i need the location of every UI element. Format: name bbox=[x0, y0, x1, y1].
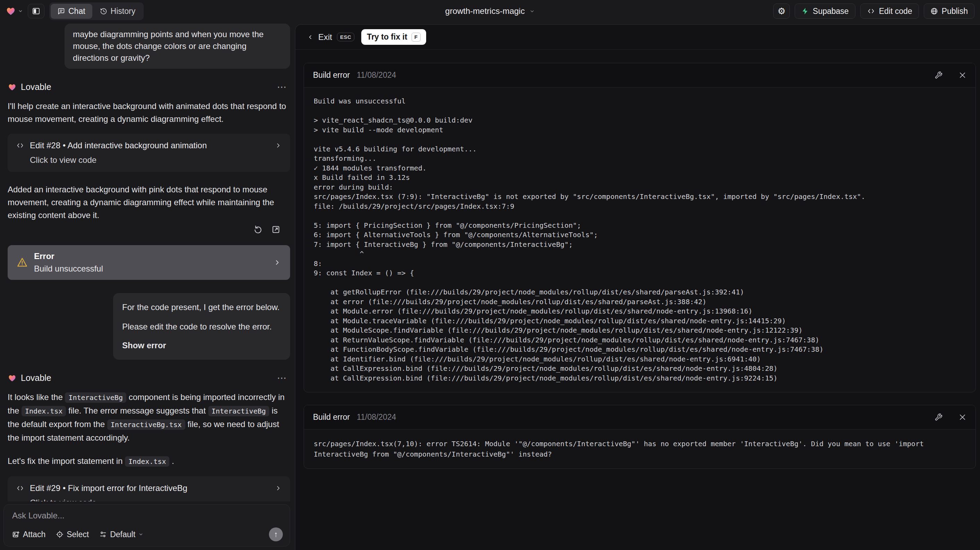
assistant-name: Lovable bbox=[21, 373, 51, 383]
chevron-left-icon bbox=[307, 34, 313, 40]
try-to-fix-label: Try to fix it bbox=[367, 32, 407, 41]
assistant-name: Lovable bbox=[21, 82, 51, 92]
code-brackets-icon bbox=[16, 142, 24, 149]
select-button[interactable]: Select bbox=[56, 530, 89, 539]
composer-wrap: Attach Select Default bbox=[0, 501, 295, 550]
history-icon bbox=[100, 8, 107, 15]
chevron-right-icon bbox=[274, 259, 281, 266]
error-card-subtitle: Build unsuccessful bbox=[34, 264, 267, 274]
lovable-heart-icon bbox=[8, 83, 17, 91]
build-error-card[interactable]: Error Build unsuccessful bbox=[8, 245, 290, 280]
build-error-body: src/pages/Index.tsx(7,10): error TS2614:… bbox=[304, 429, 975, 469]
more-menu-icon[interactable]: ⋯ bbox=[277, 81, 287, 93]
settings-button[interactable]: ⚙ bbox=[773, 3, 790, 19]
lovable-heart-icon bbox=[6, 6, 16, 16]
edit-card-28[interactable]: Edit #28 • Add interactive background an… bbox=[8, 134, 290, 172]
topbar: Chat History growth-metrics-magic ⚙ bbox=[0, 0, 980, 22]
build-error-title: Build error bbox=[313, 70, 350, 80]
code-brackets-icon bbox=[867, 8, 875, 14]
lovable-heart-icon bbox=[8, 374, 17, 382]
build-error-title: Build error bbox=[313, 413, 350, 422]
warning-triangle-icon bbox=[17, 257, 28, 268]
assistant-message-header: Lovable ⋯ bbox=[8, 81, 290, 93]
arrow-up-icon: ↑ bbox=[274, 530, 278, 539]
build-error-header: Build error 11/08/2024 bbox=[304, 63, 975, 88]
error-viewer-panel: Exit ESC Try to fix it F Build error 11/… bbox=[295, 24, 980, 550]
close-icon[interactable] bbox=[958, 413, 966, 421]
edit-card-subtitle: Click to view code bbox=[30, 155, 282, 165]
edit-code-button[interactable]: Edit code bbox=[860, 3, 919, 19]
build-error-panel-1: Build error 11/08/2024 Build was unsucce… bbox=[304, 63, 976, 392]
composer-input[interactable] bbox=[12, 511, 283, 528]
image-icon bbox=[12, 531, 20, 538]
assistant-rich-text: Let's fix the import statement in Index.… bbox=[8, 454, 290, 468]
build-error-body: Build was unsuccessful > vite_react_shad… bbox=[304, 88, 975, 392]
chevron-right-icon bbox=[275, 142, 282, 149]
tab-chat-label: Chat bbox=[68, 6, 85, 16]
sidebar-toggle-button[interactable] bbox=[28, 4, 45, 18]
composer: Attach Select Default bbox=[3, 504, 290, 547]
gear-icon: ⚙ bbox=[777, 6, 785, 17]
sidebar-panel-icon bbox=[32, 8, 40, 14]
target-icon bbox=[56, 531, 64, 538]
build-error-date: 11/08/2024 bbox=[357, 70, 396, 80]
globe-icon bbox=[931, 7, 938, 15]
exit-label: Exit bbox=[318, 32, 332, 42]
code-brackets-icon bbox=[16, 485, 24, 492]
build-log: Build was unsuccessful > vite_react_shad… bbox=[314, 97, 966, 383]
fix-wrench-icon[interactable] bbox=[935, 413, 942, 421]
assistant-text: Added an interactive background with pin… bbox=[8, 183, 290, 222]
fix-toolbar: Exit ESC Try to fix it F bbox=[295, 25, 980, 49]
f-key-badge: F bbox=[412, 33, 421, 41]
edit-card-title: Edit #28 • Add interactive background an… bbox=[30, 140, 269, 150]
chat-bubble-icon bbox=[57, 8, 65, 15]
supabase-bolt-icon bbox=[801, 7, 809, 15]
chevron-down-icon bbox=[138, 532, 143, 537]
restore-icon[interactable] bbox=[253, 225, 262, 234]
supabase-label: Supabase bbox=[813, 6, 849, 16]
close-icon[interactable] bbox=[958, 71, 966, 79]
publish-button[interactable]: Publish bbox=[924, 3, 974, 19]
esc-key-badge: ESC bbox=[337, 33, 354, 41]
edit-code-label: Edit code bbox=[879, 6, 912, 16]
show-error-link[interactable]: Show error bbox=[122, 340, 281, 351]
chevron-down-icon bbox=[530, 9, 535, 14]
more-menu-icon[interactable]: ⋯ bbox=[277, 372, 287, 384]
user-message: maybe diagramming points and when you mo… bbox=[65, 24, 290, 69]
project-name: growth-metrics-magic bbox=[445, 6, 525, 16]
fix-wrench-icon[interactable] bbox=[935, 71, 942, 79]
assistant-rich-text: It looks like the InteractiveBg componen… bbox=[8, 391, 290, 444]
attach-label: Attach bbox=[23, 530, 45, 539]
sliders-icon bbox=[99, 531, 107, 538]
project-name-dropdown[interactable]: growth-metrics-magic bbox=[445, 6, 535, 16]
build-error-date: 11/08/2024 bbox=[357, 413, 396, 422]
send-button[interactable]: ↑ bbox=[269, 528, 283, 541]
tab-chat[interactable]: Chat bbox=[51, 4, 92, 19]
exit-button[interactable]: Exit ESC bbox=[307, 32, 354, 42]
build-log: src/pages/Index.tsx(7,10): error TS2614:… bbox=[314, 438, 966, 459]
assistant-message-header: Lovable ⋯ bbox=[8, 372, 290, 384]
edit-card-29[interactable]: Edit #29 • Fix import error for Interact… bbox=[8, 477, 290, 501]
edit-card-title: Edit #29 • Fix import error for Interact… bbox=[30, 483, 269, 493]
try-to-fix-button[interactable]: Try to fix it F bbox=[361, 29, 426, 45]
user-message: For the code present, I get the error be… bbox=[113, 293, 290, 360]
tab-history-label: History bbox=[111, 6, 136, 16]
supabase-button[interactable]: Supabase bbox=[795, 3, 856, 19]
chevron-down-icon bbox=[18, 9, 23, 14]
select-label: Select bbox=[67, 530, 89, 539]
user-message-text: maybe diagramming points and when you mo… bbox=[73, 30, 264, 62]
error-card-title: Error bbox=[34, 251, 267, 261]
user-message-text: For the code present, I get the error be… bbox=[122, 301, 281, 313]
mode-dropdown[interactable]: Default bbox=[99, 530, 143, 539]
lovable-logo-menu[interactable] bbox=[6, 6, 23, 16]
open-preview-icon[interactable] bbox=[271, 225, 280, 234]
chevron-right-icon bbox=[275, 485, 282, 492]
build-error-header: Build error 11/08/2024 bbox=[304, 405, 975, 429]
publish-label: Publish bbox=[942, 6, 968, 16]
chat-panel: maybe diagramming points and when you mo… bbox=[0, 22, 295, 550]
attach-button[interactable]: Attach bbox=[12, 530, 45, 539]
error-cards-area: Build error 11/08/2024 Build was unsucce… bbox=[295, 49, 980, 469]
mode-label: Default bbox=[110, 530, 135, 539]
tab-history[interactable]: History bbox=[93, 4, 143, 19]
message-actions bbox=[8, 225, 290, 234]
